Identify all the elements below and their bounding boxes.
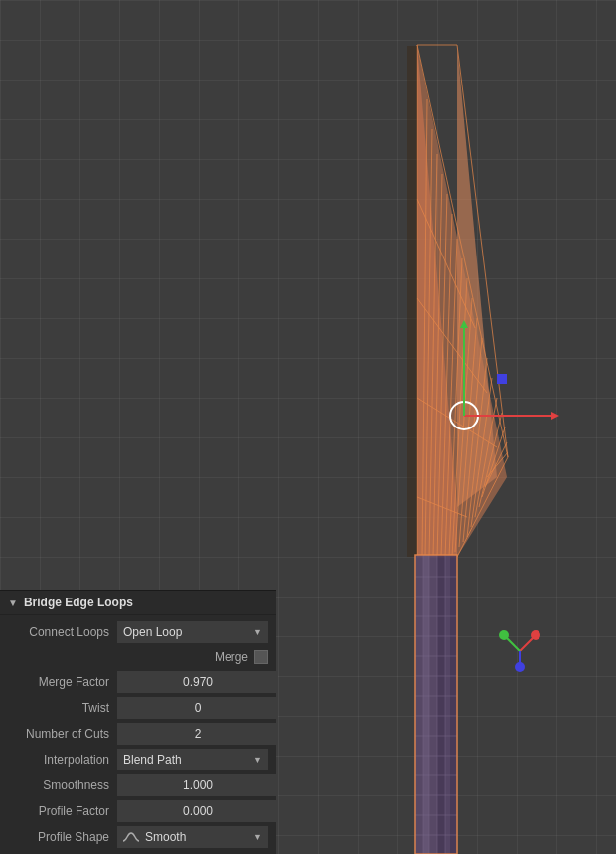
twist-input[interactable] (117, 697, 278, 719)
connect-loops-arrow-icon: ▼ (253, 627, 262, 637)
profile-shape-label: Profile Shape (8, 830, 117, 844)
svg-rect-37 (445, 555, 450, 854)
smoothness-label: Smoothness (8, 778, 117, 792)
interpolation-arrow-icon: ▼ (253, 755, 262, 765)
number-of-cuts-label: Number of Cuts (8, 727, 117, 741)
profile-shape-value-text: Smooth (145, 830, 186, 844)
svg-rect-35 (423, 555, 429, 854)
profile-factor-label: Profile Factor (8, 804, 117, 818)
panel-title: Bridge Edge Loops (24, 596, 133, 609)
twist-label: Twist (8, 701, 117, 715)
panel-body: Connect Loops Open Loop ▼ Merge Merge Fa… (0, 615, 276, 854)
bridge-edge-loops-panel: ▼ Bridge Edge Loops Connect Loops Open L… (0, 590, 276, 854)
profile-factor-row: Profile Factor (0, 798, 276, 824)
smooth-curve-icon (123, 831, 139, 843)
svg-rect-64 (497, 374, 507, 384)
connect-loops-value: Open Loop (123, 625, 182, 639)
interpolation-label: Interpolation (8, 753, 117, 767)
svg-marker-61 (551, 412, 559, 420)
svg-point-68 (531, 630, 540, 640)
profile-shape-inner: Smooth (123, 830, 186, 844)
merge-label: Merge (215, 650, 248, 664)
number-of-cuts-input[interactable] (117, 723, 278, 745)
merge-row: Merge (0, 645, 276, 669)
number-of-cuts-row: Number of Cuts (0, 721, 276, 747)
interpolation-dropdown[interactable]: Blend Path ▼ (117, 749, 268, 770)
smoothness-input[interactable] (117, 774, 278, 796)
profile-shape-row: Profile Shape Smooth ▼ (0, 824, 276, 850)
svg-point-69 (499, 630, 509, 640)
profile-factor-input[interactable] (117, 800, 278, 822)
interpolation-row: Interpolation Blend Path ▼ (0, 747, 276, 772)
merge-factor-input[interactable] (117, 671, 278, 693)
panel-header[interactable]: ▼ Bridge Edge Loops (0, 591, 276, 615)
merge-checkbox[interactable] (254, 650, 268, 664)
svg-marker-33 (407, 46, 417, 557)
svg-point-70 (515, 662, 525, 672)
panel-collapse-icon: ▼ (8, 598, 18, 608)
merge-factor-row: Merge Factor (0, 669, 276, 695)
merge-factor-label: Merge Factor (8, 675, 117, 689)
connect-loops-label: Connect Loops (8, 625, 117, 639)
profile-shape-dropdown[interactable]: Smooth ▼ (117, 826, 268, 848)
smoothness-row: Smoothness (0, 772, 276, 798)
connect-loops-dropdown[interactable]: Open Loop ▼ (117, 621, 268, 643)
interpolation-value: Blend Path (123, 753, 182, 767)
profile-shape-arrow-icon: ▼ (253, 832, 262, 842)
twist-row: Twist (0, 695, 276, 721)
connect-loops-row: Connect Loops Open Loop ▼ (0, 619, 276, 645)
